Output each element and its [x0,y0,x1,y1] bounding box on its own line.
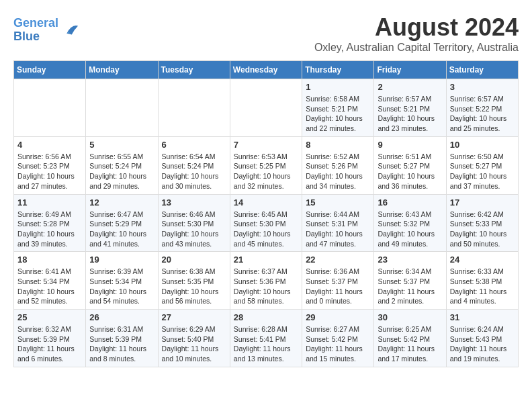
day-number: 14 [234,197,298,208]
calendar-cell: 27Sunrise: 6:29 AMSunset: 5:40 PMDayligh… [158,310,230,367]
calendar-cell: 8Sunrise: 6:52 AMSunset: 5:26 PMDaylight… [302,136,374,194]
day-number: 13 [162,197,226,208]
calendar-header-row: SundayMondayTuesdayWednesdayThursdayFrid… [14,61,519,79]
col-header-saturday: Saturday [446,61,518,79]
col-header-monday: Monday [86,61,158,79]
day-number: 3 [450,82,515,92]
page-subtitle: Oxley, Australian Capital Territory, Aus… [314,42,519,54]
calendar-cell: 24Sunrise: 6:33 AMSunset: 5:38 PMDayligh… [446,252,518,310]
day-info: Sunrise: 6:32 AMSunset: 5:39 PMDaylight:… [17,324,82,364]
calendar-cell: 2Sunrise: 6:57 AMSunset: 5:21 PMDaylight… [374,79,446,137]
day-info: Sunrise: 6:42 AMSunset: 5:33 PMDaylight:… [450,210,515,249]
day-info: Sunrise: 6:45 AMSunset: 5:30 PMDaylight:… [234,210,298,249]
day-info: Sunrise: 6:57 AMSunset: 5:21 PMDaylight:… [378,94,442,134]
calendar-cell: 26Sunrise: 6:31 AMSunset: 5:39 PMDayligh… [86,310,158,367]
day-number: 16 [378,197,442,208]
calendar-cell: 10Sunrise: 6:50 AMSunset: 5:27 PMDayligh… [446,136,518,194]
calendar-cell: 23Sunrise: 6:34 AMSunset: 5:37 PMDayligh… [374,252,446,310]
calendar-cell: 7Sunrise: 6:53 AMSunset: 5:25 PMDaylight… [230,136,302,194]
calendar-cell [14,79,86,137]
col-header-sunday: Sunday [14,61,86,79]
day-info: Sunrise: 6:58 AMSunset: 5:21 PMDaylight:… [306,94,370,134]
day-number: 31 [450,312,515,322]
day-number: 10 [450,140,515,150]
day-number: 8 [306,140,370,150]
day-number: 11 [17,197,82,208]
calendar-week-4: 18Sunrise: 6:41 AMSunset: 5:34 PMDayligh… [14,252,519,310]
day-number: 7 [234,140,298,150]
title-block: August 2024 Oxley, Australian Capital Te… [314,13,519,54]
logo-bird-icon [60,21,79,40]
day-info: Sunrise: 6:24 AMSunset: 5:43 PMDaylight:… [450,324,515,364]
logo-line2: Blue [13,30,40,43]
day-number: 18 [17,255,82,265]
day-number: 21 [234,255,298,265]
day-info: Sunrise: 6:56 AMSunset: 5:23 PMDaylight:… [17,152,82,191]
day-info: Sunrise: 6:50 AMSunset: 5:27 PMDaylight:… [450,152,515,191]
day-info: Sunrise: 6:36 AMSunset: 5:37 PMDaylight:… [306,267,370,306]
day-number: 20 [162,255,226,265]
calendar-cell: 30Sunrise: 6:25 AMSunset: 5:42 PMDayligh… [374,310,446,367]
calendar-cell: 13Sunrise: 6:46 AMSunset: 5:30 PMDayligh… [158,194,230,252]
day-info: Sunrise: 6:27 AMSunset: 5:42 PMDaylight:… [306,324,370,364]
calendar-week-3: 11Sunrise: 6:49 AMSunset: 5:28 PMDayligh… [14,194,519,252]
day-info: Sunrise: 6:46 AMSunset: 5:30 PMDaylight:… [162,210,226,249]
calendar-cell [158,79,230,137]
day-info: Sunrise: 6:28 AMSunset: 5:41 PMDaylight:… [234,324,298,364]
day-number: 9 [378,140,442,150]
calendar-cell: 18Sunrise: 6:41 AMSunset: 5:34 PMDayligh… [14,252,86,310]
calendar-cell: 14Sunrise: 6:45 AMSunset: 5:30 PMDayligh… [230,194,302,252]
day-info: Sunrise: 6:54 AMSunset: 5:24 PMDaylight:… [162,152,226,191]
calendar-cell: 1Sunrise: 6:58 AMSunset: 5:21 PMDaylight… [302,79,374,137]
day-number: 1 [306,82,370,92]
calendar-cell: 15Sunrise: 6:44 AMSunset: 5:31 PMDayligh… [302,194,374,252]
day-number: 15 [306,197,370,208]
day-number: 22 [306,255,370,265]
calendar-week-5: 25Sunrise: 6:32 AMSunset: 5:39 PMDayligh… [14,310,519,367]
col-header-wednesday: Wednesday [230,61,302,79]
day-info: Sunrise: 6:37 AMSunset: 5:36 PMDaylight:… [234,267,298,306]
day-info: Sunrise: 6:29 AMSunset: 5:40 PMDaylight:… [162,324,226,364]
calendar-cell: 28Sunrise: 6:28 AMSunset: 5:41 PMDayligh… [230,310,302,367]
day-number: 6 [162,140,226,150]
day-info: Sunrise: 6:47 AMSunset: 5:29 PMDaylight:… [89,210,154,249]
calendar-cell: 31Sunrise: 6:24 AMSunset: 5:43 PMDayligh… [446,310,518,367]
day-number: 4 [17,140,82,150]
day-number: 28 [234,312,298,322]
calendar-table: SundayMondayTuesdayWednesdayThursdayFrid… [13,60,519,367]
logo-line1: General [13,16,58,30]
day-number: 2 [378,82,442,92]
calendar-cell: 11Sunrise: 6:49 AMSunset: 5:28 PMDayligh… [14,194,86,252]
calendar-week-2: 4Sunrise: 6:56 AMSunset: 5:23 PMDaylight… [14,136,519,194]
calendar-cell: 16Sunrise: 6:43 AMSunset: 5:32 PMDayligh… [374,194,446,252]
col-header-friday: Friday [374,61,446,79]
day-number: 30 [378,312,442,322]
calendar-cell [230,79,302,137]
calendar-cell: 12Sunrise: 6:47 AMSunset: 5:29 PMDayligh… [86,194,158,252]
day-info: Sunrise: 6:57 AMSunset: 5:22 PMDaylight:… [450,94,515,134]
calendar-cell: 19Sunrise: 6:39 AMSunset: 5:34 PMDayligh… [86,252,158,310]
day-number: 19 [89,255,154,265]
day-number: 24 [450,255,515,265]
calendar-cell: 17Sunrise: 6:42 AMSunset: 5:33 PMDayligh… [446,194,518,252]
day-info: Sunrise: 6:51 AMSunset: 5:27 PMDaylight:… [378,152,442,191]
calendar-cell [86,79,158,137]
page-title: August 2024 [314,13,519,42]
day-number: 12 [89,197,154,208]
day-number: 26 [89,312,154,322]
day-number: 27 [162,312,226,322]
calendar-cell: 9Sunrise: 6:51 AMSunset: 5:27 PMDaylight… [374,136,446,194]
day-info: Sunrise: 6:38 AMSunset: 5:35 PMDaylight:… [162,267,226,306]
day-number: 23 [378,255,442,265]
calendar-cell: 3Sunrise: 6:57 AMSunset: 5:22 PMDaylight… [446,79,518,137]
day-info: Sunrise: 6:34 AMSunset: 5:37 PMDaylight:… [378,267,442,306]
col-header-thursday: Thursday [302,61,374,79]
day-info: Sunrise: 6:31 AMSunset: 5:39 PMDaylight:… [89,324,154,364]
calendar-cell: 29Sunrise: 6:27 AMSunset: 5:42 PMDayligh… [302,310,374,367]
calendar-cell: 25Sunrise: 6:32 AMSunset: 5:39 PMDayligh… [14,310,86,367]
calendar-cell: 5Sunrise: 6:55 AMSunset: 5:24 PMDaylight… [86,136,158,194]
day-info: Sunrise: 6:52 AMSunset: 5:26 PMDaylight:… [306,152,370,191]
calendar-week-1: 1Sunrise: 6:58 AMSunset: 5:21 PMDaylight… [14,79,519,137]
day-info: Sunrise: 6:41 AMSunset: 5:34 PMDaylight:… [17,267,82,306]
col-header-tuesday: Tuesday [158,61,230,79]
